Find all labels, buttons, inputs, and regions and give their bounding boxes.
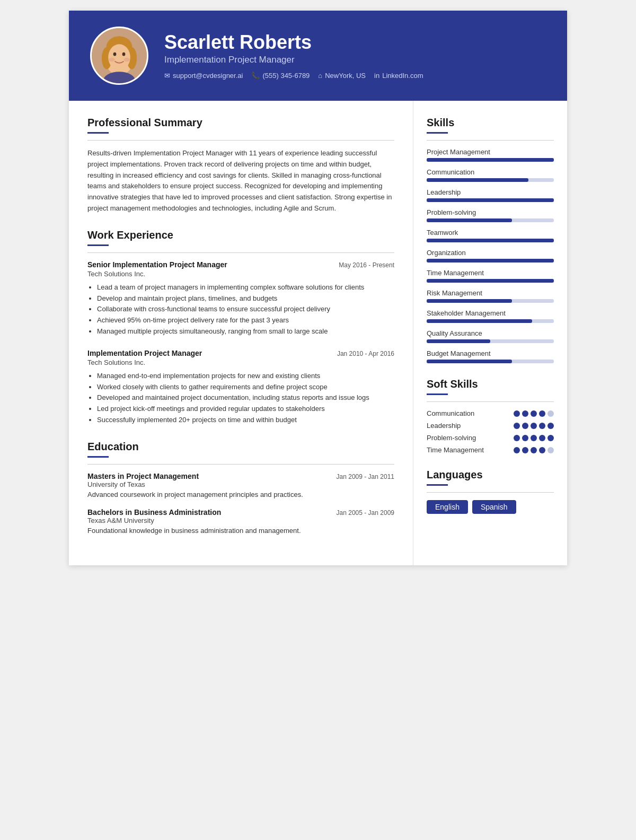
experience-section: Work Experience Senior Implementation Pr… <box>87 229 394 426</box>
bullet-item: Led project kick-off meetings and provid… <box>97 404 394 415</box>
contact-icon: ⌂ <box>318 72 322 80</box>
skill-bar-fill <box>427 218 512 222</box>
education-section: Education Masters in Project Management … <box>87 441 394 535</box>
bullet-item: Worked closely with clients to gather re… <box>97 382 394 393</box>
skill-item: Organization <box>427 249 554 262</box>
job-company: Tech Solutions Inc. <box>87 358 394 366</box>
experience-divider <box>87 244 109 246</box>
skill-item: Budget Management <box>427 349 554 363</box>
skill-dots <box>514 435 554 441</box>
header-title: Implementation Project Manager <box>164 55 546 65</box>
resume-container: Scarlett Roberts Implementation Project … <box>69 11 567 565</box>
svg-point-6 <box>113 52 117 56</box>
education-divider <box>87 456 109 458</box>
skill-item: Leadership <box>427 188 554 202</box>
skill-item: Stakeholder Management <box>427 309 554 323</box>
soft-skills-list: Communication Leadership Problem-solving… <box>427 409 554 454</box>
summary-section: Professional Summary Results-driven Impl… <box>87 117 394 214</box>
skill-dot <box>514 447 520 453</box>
skill-name: Teamwork <box>427 229 554 237</box>
skill-dot <box>522 435 528 441</box>
skills-divider <box>427 132 448 134</box>
skill-bar-bg <box>427 319 554 323</box>
skill-dot <box>539 410 545 417</box>
left-column: Professional Summary Results-driven Impl… <box>69 101 413 565</box>
right-column: Skills Project Management Communication … <box>413 101 567 565</box>
contact-text: (555) 345-6789 <box>262 72 310 80</box>
skill-item: Communication <box>427 168 554 182</box>
education-rule <box>87 464 394 465</box>
skill-dot <box>514 410 520 417</box>
job-title: Senior Implementation Project Manager <box>87 260 227 269</box>
skill-dot <box>514 423 520 429</box>
skill-name: Stakeholder Management <box>427 309 554 317</box>
edu-degree: Bachelors in Business Administration <box>87 508 221 517</box>
contact-item: ⌂NewYork, US <box>318 72 366 80</box>
job-header: Implementation Project Manager Jan 2010 … <box>87 349 394 357</box>
skill-item: Quality Assurance <box>427 329 554 343</box>
skill-item: Time Management <box>427 269 554 283</box>
svg-point-5 <box>108 44 130 70</box>
skill-bar-bg <box>427 360 554 363</box>
language-tag: Spanish <box>472 500 516 514</box>
svg-point-8 <box>109 58 114 62</box>
skill-bar-fill <box>427 239 554 242</box>
skill-name: Problem-solving <box>427 208 554 216</box>
skill-dot <box>547 447 554 453</box>
skill-name: Quality Assurance <box>427 329 554 337</box>
contact-text: LinkedIn.com <box>382 72 423 80</box>
edu-header: Bachelors in Business Administration Jan… <box>87 508 394 517</box>
skill-name: Time Management <box>427 269 554 277</box>
edu-dates: Jan 2009 - Jan 2011 <box>337 473 394 480</box>
job-header: Senior Implementation Project Manager Ma… <box>87 260 394 269</box>
skill-item: Teamwork <box>427 229 554 242</box>
skill-bar-bg <box>427 218 554 222</box>
skill-dot <box>522 423 528 429</box>
header-contacts: ✉support@cvdesigner.ai📞(555) 345-6789⌂Ne… <box>164 72 546 80</box>
skill-name: Leadership <box>427 188 554 196</box>
skill-bar-bg <box>427 339 554 343</box>
summary-rule <box>87 140 394 141</box>
soft-skill-name: Leadership <box>427 422 461 430</box>
soft-skill-item: Time Management <box>427 446 554 454</box>
languages-section: Languages EnglishSpanish <box>427 469 554 514</box>
skill-bar-bg <box>427 178 554 182</box>
edu-header: Masters in Project Management Jan 2009 -… <box>87 472 394 480</box>
experience-title: Work Experience <box>87 229 394 241</box>
contact-item: 📞(555) 345-6789 <box>251 72 310 80</box>
edu-item: Bachelors in Business Administration Jan… <box>87 508 394 535</box>
skill-dot <box>539 423 545 429</box>
skill-dot <box>514 435 520 441</box>
soft-skill-item: Problem-solving <box>427 434 554 442</box>
skill-dots <box>514 423 554 429</box>
skill-dots <box>514 410 554 417</box>
contact-text: NewYork, US <box>325 72 366 80</box>
bullet-item: Successfully implemented 20+ projects on… <box>97 415 394 426</box>
resume-header: Scarlett Roberts Implementation Project … <box>69 11 567 101</box>
job-item: Implementation Project Manager Jan 2010 … <box>87 349 394 426</box>
skill-name: Project Management <box>427 148 554 156</box>
skill-name: Risk Management <box>427 289 554 297</box>
language-tag: English <box>427 500 468 514</box>
skill-dot <box>539 447 545 453</box>
skill-bar-fill <box>427 279 554 283</box>
skill-name: Communication <box>427 168 554 176</box>
soft-skills-section: Soft Skills Communication Leadership Pro… <box>427 378 554 454</box>
skill-name: Organization <box>427 249 554 257</box>
skill-bar-bg <box>427 239 554 242</box>
job-company: Tech Solutions Inc. <box>87 270 394 278</box>
skill-bar-bg <box>427 259 554 262</box>
soft-skill-name: Time Management <box>427 446 484 454</box>
skill-item: Risk Management <box>427 289 554 303</box>
skill-dot <box>531 423 537 429</box>
job-title: Implementation Project Manager <box>87 349 202 357</box>
education-title: Education <box>87 441 394 453</box>
skill-dot <box>531 447 537 453</box>
skill-bar-fill <box>427 178 528 182</box>
bullet-item: Developed and maintained project documen… <box>97 392 394 404</box>
skill-bar-bg <box>427 279 554 283</box>
avatar <box>90 27 148 85</box>
header-name: Scarlett Roberts <box>164 32 546 53</box>
edu-dates: Jan 2005 - Jan 2009 <box>337 509 394 517</box>
skill-dots <box>514 447 554 453</box>
